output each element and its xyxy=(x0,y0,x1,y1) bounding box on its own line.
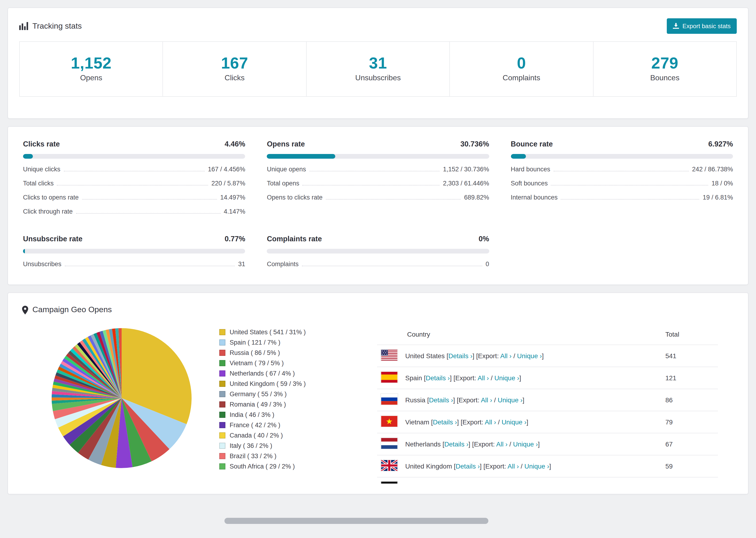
metric-label: Internal bounces xyxy=(511,194,558,201)
metric-label: Complaints xyxy=(267,260,298,268)
table-row-spain: Spain [Details ›] [Export: All › / Uniqu… xyxy=(377,367,718,389)
metric-row-unsubscribes: Unsubscribes31 xyxy=(23,260,245,268)
rate-percent: 0% xyxy=(479,235,489,243)
country-name: Vietnam xyxy=(405,418,431,426)
country-name: Spain xyxy=(405,374,424,382)
flag-icon-vn xyxy=(381,416,398,427)
horizontal-scrollbar-thumb[interactable] xyxy=(225,518,488,524)
legend-item-spain: Spain ( 121 / 7% ) xyxy=(219,339,370,346)
stat-label: Opens xyxy=(20,74,163,82)
metric-row-total-opens: Total opens2,303 / 61.446% xyxy=(267,180,489,187)
details-link-united-states[interactable]: Details › xyxy=(449,352,473,360)
tracking-stats-title: Tracking stats xyxy=(19,21,82,31)
flag-cell xyxy=(377,367,402,389)
export-all-link-united-states[interactable]: All › xyxy=(500,352,512,360)
legend-label: Spain ( 121 / 7% ) xyxy=(230,339,280,346)
metric-row-soft-bounces: Soft bounces18 / 0% xyxy=(511,180,733,187)
rate-block-clicks-rate: Clicks rate4.46%Unique clicks167 / 4.456… xyxy=(23,140,245,215)
export-all-link-united-kingdom[interactable]: All › xyxy=(508,462,519,470)
flag-cell xyxy=(377,455,402,477)
rate-title: Clicks rate xyxy=(23,140,60,148)
legend-label: Netherlands ( 67 / 4% ) xyxy=(230,370,295,377)
metric-label: Soft bounces xyxy=(511,180,548,187)
details-link-netherlands[interactable]: Details › xyxy=(445,440,469,448)
export-basic-stats-button[interactable]: Export basic stats xyxy=(667,18,737,34)
stat-value: 0 xyxy=(450,54,593,72)
rate-progress-fill xyxy=(23,154,33,159)
flag-icon-us xyxy=(381,350,398,360)
metric-value: 18 / 0% xyxy=(711,180,733,187)
total-cell: 541 xyxy=(662,345,718,367)
legend-item-india: India ( 46 / 3% ) xyxy=(219,411,370,418)
legend-label: India ( 46 / 3% ) xyxy=(230,411,274,418)
table-row-russia: Russia [Details ›] [Export: All › / Uniq… xyxy=(377,389,718,411)
export-all-link-vietnam[interactable]: All › xyxy=(485,418,496,426)
legend-swatch xyxy=(219,453,225,459)
stat-value: 1,152 xyxy=(20,54,163,72)
flag-cell xyxy=(377,345,402,367)
legend-item-netherlands: Netherlands ( 67 / 4% ) xyxy=(219,370,370,377)
location-pin-icon xyxy=(22,305,28,314)
rates-grid: Clicks rate4.46%Unique clicks167 / 4.456… xyxy=(23,140,733,268)
legend-swatch xyxy=(219,360,225,366)
legend-swatch xyxy=(219,432,225,439)
details-link-united-kingdom[interactable]: Details › xyxy=(456,462,480,470)
table-row-vietnam: Vietnam [Details ›] [Export: All › / Uni… xyxy=(377,411,718,433)
total-cell: 79 xyxy=(662,411,718,433)
legend-swatch xyxy=(219,412,225,418)
legend-item-italy: Italy ( 36 / 2% ) xyxy=(219,442,370,449)
rate-block-unsubscribe-rate: Unsubscribe rate0.77%Unsubscribes31 xyxy=(23,235,245,268)
country-cell: Netherlands [Details ›] [Export: All › /… xyxy=(402,433,662,455)
stat-box-opens: 1,152Opens xyxy=(19,41,163,97)
export-all-link-russia[interactable]: All › xyxy=(481,396,492,404)
table-row-united-states: United States [Details ›] [Export: All ›… xyxy=(377,345,718,367)
metric-value: 0 xyxy=(486,260,489,268)
stat-box-complaints: 0Complaints xyxy=(449,41,593,97)
legend-label: United Kingdom ( 59 / 3% ) xyxy=(230,380,306,387)
legend-item-south-africa: South Africa ( 29 / 2% ) xyxy=(219,463,370,470)
export-all-link-spain[interactable]: All › xyxy=(477,374,489,382)
geo-legend: United States ( 541 / 31% )Spain ( 121 /… xyxy=(219,324,370,473)
geo-table-header-row: Country Total xyxy=(377,324,718,345)
dotted-leader xyxy=(303,185,440,186)
rate-progress-fill xyxy=(511,154,526,159)
metric-value: 31 xyxy=(238,260,245,268)
rate-title: Bounce rate xyxy=(511,140,553,148)
details-link-vietnam[interactable]: Details › xyxy=(433,418,457,426)
flag-icon-de xyxy=(381,482,398,484)
legend-item-russia: Russia ( 86 / 5% ) xyxy=(219,349,370,356)
export-all-link-netherlands[interactable]: All › xyxy=(496,440,508,448)
dotted-leader xyxy=(326,199,461,199)
legend-label: Germany ( 55 / 3% ) xyxy=(230,391,287,398)
stat-value: 167 xyxy=(163,54,306,72)
flag-icon-es xyxy=(381,372,398,383)
dotted-leader xyxy=(302,266,482,266)
dotted-leader xyxy=(309,171,440,171)
metric-row-hard-bounces: Hard bounces242 / 86.738% xyxy=(511,166,733,173)
legend-label: France ( 42 / 2% ) xyxy=(230,422,280,429)
country-cell: United States [Details ›] [Export: All ›… xyxy=(402,345,662,367)
geo-pie-wrap xyxy=(51,328,192,468)
stat-box-clicks: 167Clicks xyxy=(163,41,307,97)
legend-label: Russia ( 86 / 5% ) xyxy=(230,349,280,356)
export-unique-link-netherlands[interactable]: Unique › xyxy=(513,440,538,448)
flag-cell xyxy=(377,433,402,455)
export-unique-link-united-states[interactable]: Unique › xyxy=(517,352,542,360)
legend-swatch xyxy=(219,381,225,387)
details-link-spain[interactable]: Details › xyxy=(426,374,450,382)
rate-progress-bar xyxy=(267,154,489,159)
dotted-leader xyxy=(65,266,235,266)
export-unique-link-russia[interactable]: Unique › xyxy=(498,396,523,404)
geo-pie-chart[interactable] xyxy=(51,328,192,468)
campaign-geo-opens-card: Campaign Geo Opens United States ( 541 /… xyxy=(8,293,748,494)
total-cell: 67 xyxy=(662,433,718,455)
dotted-leader xyxy=(82,199,217,199)
country-cell: Spain [Details ›] [Export: All › / Uniqu… xyxy=(402,367,662,389)
details-link-russia[interactable]: Details › xyxy=(429,396,453,404)
export-unique-link-united-kingdom[interactable]: Unique › xyxy=(524,462,549,470)
export-unique-link-vietnam[interactable]: Unique › xyxy=(502,418,526,426)
rate-progress-bar xyxy=(511,154,733,159)
country-cell: United Kingdom [Details ›] [Export: All … xyxy=(402,455,662,477)
export-unique-link-spain[interactable]: Unique › xyxy=(495,374,519,382)
geo-table: Country Total United States [Details ›] … xyxy=(377,324,718,477)
